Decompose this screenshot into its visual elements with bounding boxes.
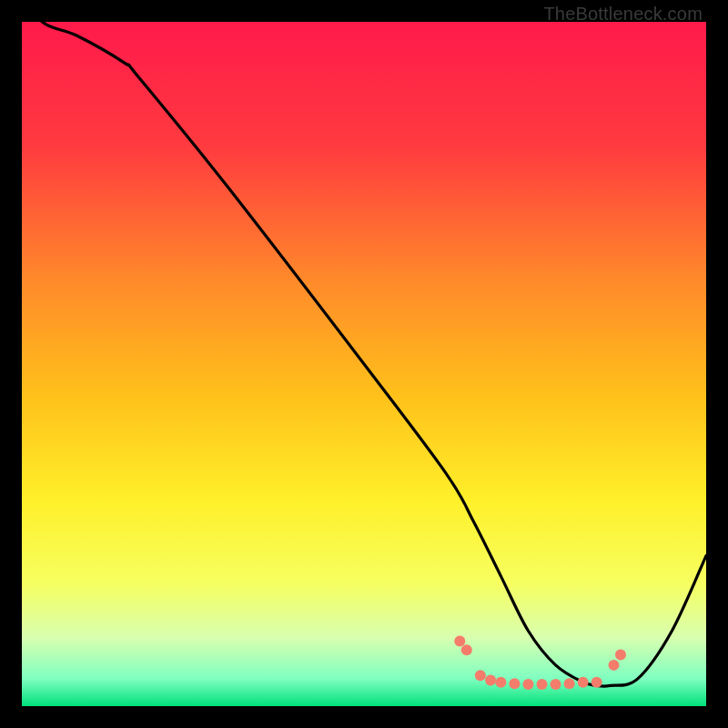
highlight-dot xyxy=(475,670,486,681)
highlight-dot xyxy=(509,678,520,689)
highlight-dot xyxy=(454,636,465,647)
highlight-dot xyxy=(615,650,626,661)
highlight-dot xyxy=(461,644,472,655)
highlight-dot xyxy=(592,677,602,688)
chart-frame xyxy=(22,22,706,706)
highlight-dot xyxy=(608,660,619,671)
highlight-dot xyxy=(551,679,561,690)
watermark-text: TheBottleneck.com xyxy=(543,4,703,25)
highlight-dot xyxy=(522,679,533,690)
bottleneck-chart xyxy=(22,22,706,706)
highlight-dot xyxy=(564,678,575,689)
highlight-dot xyxy=(495,677,506,688)
highlight-dot xyxy=(485,674,496,685)
highlight-dot xyxy=(578,677,589,688)
highlight-dot xyxy=(537,679,548,690)
